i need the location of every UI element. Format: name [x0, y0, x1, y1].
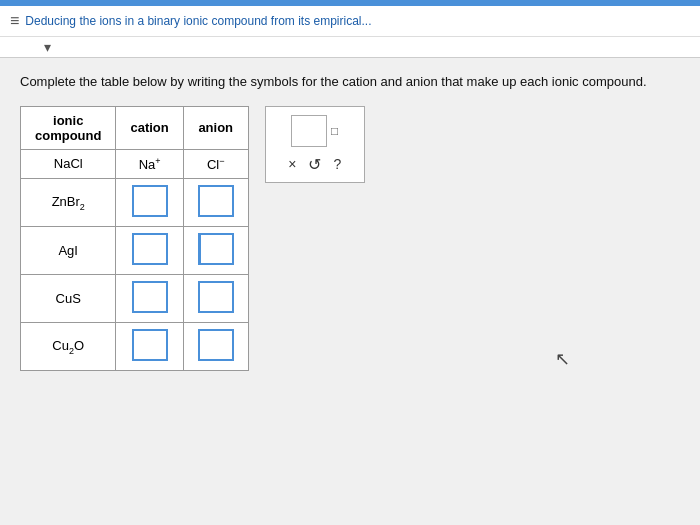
popup-box: □ × ↺ ? [265, 106, 365, 183]
compound-nacl: NaCl [21, 149, 116, 178]
table-row: Cu2O [21, 322, 249, 370]
table-row: CuS [21, 274, 249, 322]
cation-cu2o-input[interactable] [132, 329, 168, 361]
popup-superscript-box: □ [331, 124, 338, 138]
popup-undo-button[interactable]: ↺ [308, 155, 321, 174]
cation-agi-cell [116, 226, 183, 274]
table-row: AgI [21, 226, 249, 274]
chevron-down-icon[interactable]: ▾ [44, 39, 51, 55]
cation-znbr2-input[interactable] [132, 185, 168, 217]
popup-close-button[interactable]: × [288, 156, 296, 172]
popup-text-input[interactable] [291, 115, 327, 147]
col-header-anion: anion [183, 106, 248, 149]
menu-icon[interactable]: ≡ [10, 12, 19, 30]
anion-agi-input[interactable] [198, 233, 234, 265]
compound-cus: CuS [21, 274, 116, 322]
anion-cus-cell [183, 274, 248, 322]
compound-cu2o: Cu2O [21, 322, 116, 370]
breadcrumb: Deducing the ions in a binary ionic comp… [25, 14, 371, 28]
table-row: NaCl Na+ Cl− [21, 149, 249, 178]
cation-nacl: Na+ [116, 149, 183, 178]
header-bar: ≡ Deducing the ions in a binary ionic co… [0, 6, 700, 37]
instruction-text: Complete the table below by writing the … [20, 72, 680, 92]
anion-cu2o-cell [183, 322, 248, 370]
table-and-popup-container: ioniccompound cation anion NaCl Na+ Cl− [20, 106, 680, 371]
cation-znbr2-cell [116, 178, 183, 226]
popup-controls: × ↺ ? [288, 155, 341, 174]
anion-znbr2-input[interactable] [198, 185, 234, 217]
compound-znbr2: ZnBr2 [21, 178, 116, 226]
cation-agi-input[interactable] [132, 233, 168, 265]
cation-cus-cell [116, 274, 183, 322]
col-header-compound: ioniccompound [21, 106, 116, 149]
anion-cu2o-input[interactable] [198, 329, 234, 361]
col-header-cation: cation [116, 106, 183, 149]
table-row: ZnBr2 [21, 178, 249, 226]
anion-nacl: Cl− [183, 149, 248, 178]
cation-cu2o-cell [116, 322, 183, 370]
anion-agi-cell [183, 226, 248, 274]
compound-agi: AgI [21, 226, 116, 274]
content-area: Complete the table below by writing the … [0, 58, 700, 525]
cation-cus-input[interactable] [132, 281, 168, 313]
anion-znbr2-cell [183, 178, 248, 226]
popup-help-button[interactable]: ? [333, 156, 341, 172]
popup-input-area: □ [291, 115, 338, 147]
anion-cus-input[interactable] [198, 281, 234, 313]
ionic-table: ioniccompound cation anion NaCl Na+ Cl− [20, 106, 249, 371]
